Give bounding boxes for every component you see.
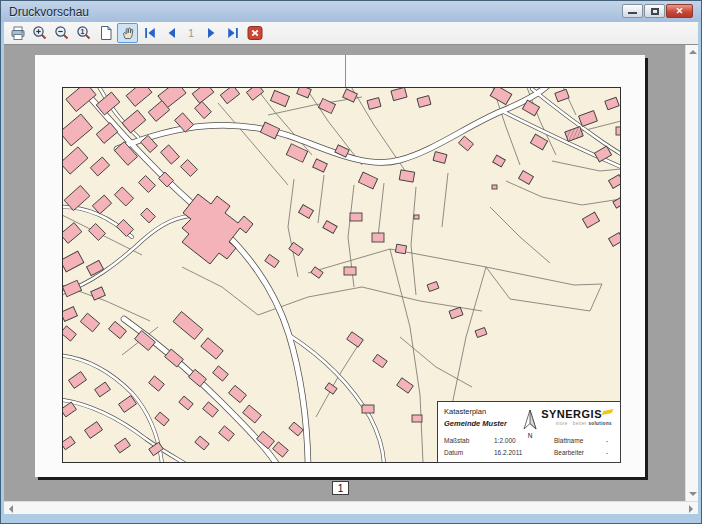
zoom-actual-size-button[interactable]: 1	[73, 23, 94, 43]
logo-swoosh-icon	[601, 409, 613, 415]
close-icon: ✕	[667, 5, 692, 17]
editor-value: -	[606, 449, 608, 456]
last-page-icon	[225, 25, 241, 41]
scroll-left-icon[interactable]	[9, 505, 13, 513]
client-area: 1	[4, 22, 698, 514]
first-page-icon	[142, 25, 158, 41]
close-preview-icon	[247, 25, 263, 41]
logo-tagline: more · better solutions	[541, 421, 612, 426]
sheet-value: -	[606, 437, 608, 444]
fit-page-icon	[98, 25, 114, 41]
scroll-right-icon[interactable]	[689, 505, 693, 513]
window-title: Druckvorschau	[1, 5, 89, 19]
preview-viewport[interactable]: Katasterplan Gemeinde Muster Maßstab 1:2…	[4, 45, 685, 501]
scroll-up-icon[interactable]	[689, 50, 697, 54]
printer-icon	[10, 25, 26, 41]
date-label: Datum	[444, 449, 463, 456]
sheet-label: Blattname	[554, 437, 583, 444]
next-page-icon	[203, 25, 219, 41]
preview-page: Katasterplan Gemeinde Muster Maßstab 1:2…	[35, 55, 645, 477]
north-label: N	[520, 432, 540, 439]
zoom-actual-size-icon: 1	[76, 25, 92, 41]
north-arrow: N	[520, 408, 540, 442]
zoom-out-button[interactable]	[51, 23, 72, 43]
fit-page-button[interactable]	[95, 23, 116, 43]
caption-buttons: ✕	[622, 4, 693, 18]
titlebar: Druckvorschau ✕	[1, 1, 701, 22]
page-indicator: 1	[332, 481, 349, 495]
svg-text:1: 1	[80, 28, 84, 35]
legend-title: Katasterplan	[444, 407, 486, 416]
print-button[interactable]	[7, 23, 28, 43]
toolbar: 1	[4, 22, 698, 45]
scale-label: Maßstab	[444, 437, 469, 444]
logo-text: SYNERGIS	[541, 408, 602, 420]
scale-value: 1:2.000	[494, 437, 516, 444]
pan-tool-button[interactable]	[117, 23, 138, 43]
legend-subtitle: Gemeinde Muster	[444, 419, 507, 428]
zoom-in-icon	[32, 25, 48, 41]
pan-hand-icon	[120, 25, 136, 41]
close-preview-button[interactable]	[244, 23, 265, 43]
print-preview-window: Druckvorschau ✕	[1, 1, 701, 523]
last-page-button[interactable]	[222, 23, 243, 43]
maximize-icon	[651, 8, 659, 15]
vertical-scrollbar[interactable]	[685, 45, 698, 501]
minimize-button[interactable]	[622, 4, 643, 18]
close-window-button[interactable]: ✕	[666, 4, 693, 18]
minimize-icon	[628, 12, 637, 14]
zoom-out-icon	[54, 25, 70, 41]
previous-page-button[interactable]	[161, 23, 182, 43]
date-value: 16.2.2011	[494, 449, 522, 456]
editor-label: Bearbeiter	[554, 449, 584, 456]
previous-page-icon	[164, 25, 180, 41]
horizontal-scrollbar[interactable]	[4, 501, 698, 514]
scroll-down-icon[interactable]	[689, 492, 697, 496]
fold-mark	[345, 55, 346, 87]
north-arrow-icon	[521, 408, 539, 432]
toolbar-page-number: 1	[183, 27, 199, 39]
next-page-button[interactable]	[200, 23, 221, 43]
maximize-button[interactable]	[644, 4, 665, 18]
zoom-in-button[interactable]	[29, 23, 50, 43]
first-page-button[interactable]	[139, 23, 160, 43]
synergis-logo: SYNERGIS more · better solutions	[541, 408, 612, 426]
map-legend: Katasterplan Gemeinde Muster Maßstab 1:2…	[437, 401, 621, 463]
